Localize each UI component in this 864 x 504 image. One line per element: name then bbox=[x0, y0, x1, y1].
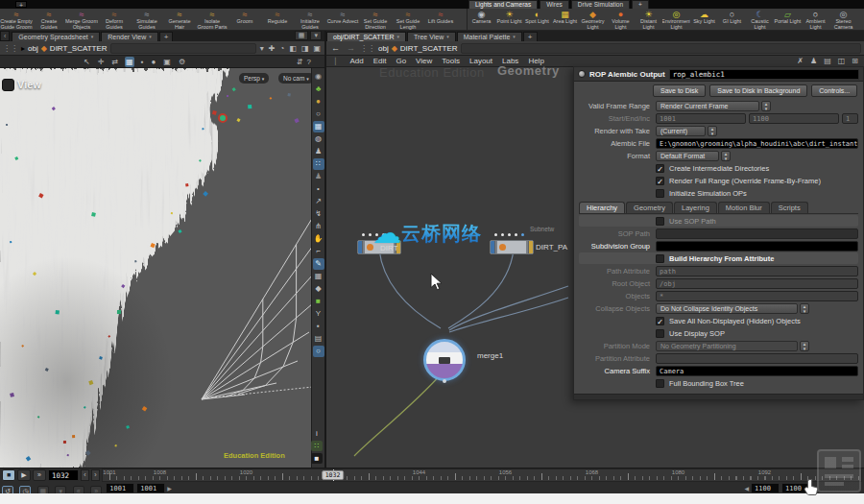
controls-button[interactable]: Controls... bbox=[811, 84, 857, 97]
node-ball-icon[interactable] bbox=[578, 70, 586, 78]
pane-collapse-button[interactable]: ‹ bbox=[0, 31, 10, 41]
param-tab[interactable]: Geometry bbox=[626, 202, 673, 213]
objects-field[interactable]: * bbox=[656, 291, 858, 301]
new-desktop-tab-button[interactable]: + bbox=[15, 1, 27, 8]
handles-icon[interactable]: ✛ bbox=[97, 57, 106, 67]
grid-green-icon[interactable]: ∷ bbox=[311, 441, 323, 451]
frame-inc-field[interactable]: 1 bbox=[842, 113, 858, 124]
spinner-icon[interactable]: ▴▾ bbox=[708, 126, 717, 136]
lamp-icon[interactable]: ○ bbox=[313, 346, 324, 357]
menu-tools[interactable]: Tools bbox=[442, 57, 460, 65]
render-full-range-checkbox[interactable] bbox=[656, 177, 664, 185]
shelf-tool[interactable]: ☾ Caustic Light bbox=[746, 9, 774, 30]
alembic-file-field[interactable]: E:\gnomon\grooming\alpha_houdini\abc\dir… bbox=[656, 138, 858, 149]
param-tab[interactable]: Motion Blur bbox=[718, 202, 770, 213]
spinner-icon[interactable]: ▴▾ bbox=[800, 303, 809, 314]
menu-add[interactable]: Add bbox=[349, 57, 363, 65]
pane-dropdown-icon[interactable]: ▾ bbox=[310, 31, 322, 40]
node-output-dot[interactable] bbox=[443, 379, 446, 383]
frame-start-field[interactable]: 1001 bbox=[656, 113, 746, 124]
light-icon[interactable]: ○ bbox=[313, 108, 324, 120]
partition-attribute-field[interactable] bbox=[656, 353, 858, 364]
split-grid-icon[interactable]: ⊞ bbox=[852, 57, 858, 65]
shelf-tool[interactable]: ☀ Distant Light bbox=[635, 9, 662, 30]
menu-view[interactable]: View bbox=[416, 57, 432, 65]
node-dirt-pa[interactable] bbox=[490, 240, 534, 254]
tab-render-view[interactable]: Render View▾ bbox=[101, 32, 157, 41]
normals-icon[interactable]: ↗ bbox=[313, 196, 324, 207]
shelf-tab[interactable]: + bbox=[632, 0, 649, 9]
path-root[interactable]: obj bbox=[378, 44, 389, 53]
shelf-tool[interactable]: ≈ Create Empty Guide Groom bbox=[0, 9, 33, 30]
node-merge1[interactable] bbox=[423, 339, 466, 381]
menu-edit[interactable]: Edit bbox=[373, 57, 387, 65]
help-icon[interactable]: ? bbox=[307, 58, 311, 66]
timeline-ruler[interactable]: 1032 10011008102010441056106810801092 bbox=[102, 468, 862, 482]
shelf-tool[interactable]: ☀ Point Light bbox=[495, 9, 523, 30]
range-handle-icon[interactable]: ▶ bbox=[167, 485, 172, 492]
scene-graph-icon[interactable]: ♣ bbox=[313, 84, 324, 95]
shelf-tool[interactable]: ≈ Create Guides bbox=[33, 9, 65, 30]
use-display-sop-checkbox[interactable] bbox=[656, 329, 664, 338]
image-plane-icon[interactable]: ▤ bbox=[313, 333, 324, 345]
point-marker-icon[interactable]: • bbox=[313, 183, 324, 195]
points-display-icon[interactable]: ∷ bbox=[313, 158, 324, 170]
shelf-tool[interactable]: ◆ Geometry Light bbox=[579, 9, 607, 30]
record-icon[interactable]: ● bbox=[151, 57, 157, 67]
view-tool-icon[interactable]: ▦ bbox=[125, 57, 134, 67]
shaded-view-icon[interactable]: ▦ bbox=[313, 121, 324, 132]
back-icon[interactable]: ← bbox=[329, 42, 342, 54]
param-tab[interactable]: Scripts bbox=[771, 202, 808, 213]
ghost-objects-icon[interactable]: ♟ bbox=[313, 171, 324, 182]
full-bbox-checkbox[interactable] bbox=[656, 379, 664, 388]
root-object-field[interactable]: /obj bbox=[656, 278, 858, 289]
gem-icon[interactable]: ◆ bbox=[313, 283, 324, 295]
shelf-tool[interactable]: ○ GI Light bbox=[718, 9, 746, 30]
small-box-icon[interactable]: ▪ bbox=[313, 321, 324, 332]
maximize-icon[interactable]: ▣ bbox=[312, 44, 322, 53]
menu-go[interactable]: Go bbox=[396, 57, 406, 65]
hand-tool-icon[interactable]: ✋ bbox=[313, 233, 324, 245]
walk-mode-icon[interactable]: ♟ bbox=[810, 57, 817, 65]
format-select[interactable]: Default Format bbox=[656, 151, 719, 161]
node-name-field[interactable]: rop_alembic1 bbox=[669, 69, 859, 80]
shelf-tool[interactable]: ▱ Portal Light bbox=[774, 9, 802, 30]
frame-end-field[interactable]: 1100 bbox=[749, 113, 839, 124]
shelf-tool[interactable]: ≈ Deform Guides bbox=[98, 9, 131, 30]
shelf-tool[interactable]: ≈ Groom bbox=[228, 9, 261, 30]
headlight-icon[interactable]: ◍ bbox=[313, 133, 324, 145]
param-tab[interactable]: Hierarchy bbox=[579, 202, 625, 213]
shelf-tool[interactable]: ≈ Set Guide Direction bbox=[359, 9, 392, 30]
partition-mode-select[interactable]: No Geometry Partitioning bbox=[656, 341, 798, 351]
group-list-icon[interactable]: ⋔ bbox=[313, 221, 324, 232]
menu-layout[interactable]: Layout bbox=[469, 57, 492, 65]
range-start-field[interactable]: 1001 bbox=[106, 483, 134, 493]
snapshot-icon[interactable]: ▪ bbox=[140, 57, 145, 67]
node-flag-right[interactable] bbox=[528, 241, 533, 253]
path-node[interactable]: DIRT_SCATTER bbox=[50, 44, 108, 53]
subdivision-group-field[interactable] bbox=[656, 241, 858, 252]
scene-viewport[interactable]: ↖ ✛ ⇄ ▦ ▪ ● ▣ ⚙ ⇵ bbox=[0, 56, 324, 468]
shelf-tool[interactable]: ≈ Initialize Guides bbox=[294, 9, 326, 30]
playhead-frame-marker[interactable]: 1032 bbox=[322, 470, 345, 480]
spinner-icon[interactable]: ▴▾ bbox=[761, 101, 771, 111]
shelf-tab[interactable]: Lights and Cameras bbox=[468, 0, 538, 9]
shelf-tool[interactable]: ≈ Reguide bbox=[261, 9, 294, 30]
add-tab-button[interactable]: + bbox=[523, 32, 538, 41]
shelf-tool[interactable]: ≈ Simulate Guides bbox=[131, 9, 163, 30]
collapse-objects-select[interactable]: Do Not Collapse Identity Objects bbox=[656, 303, 798, 314]
shelf-tab[interactable]: Wires bbox=[540, 0, 569, 9]
initialize-sim-checkbox[interactable] bbox=[656, 189, 664, 198]
split-horizontal-icon[interactable]: ◫ bbox=[838, 57, 846, 65]
edit-icon[interactable]: ✎ bbox=[313, 258, 324, 270]
range-end-field[interactable]: 1100 bbox=[751, 483, 780, 493]
notes-icon[interactable]: ▤ bbox=[824, 57, 831, 65]
shelf-tool[interactable]: ≈ Curve Advect bbox=[326, 9, 359, 30]
riding-tools-icon[interactable]: ✗ bbox=[797, 57, 804, 65]
radial-menu-icon[interactable]: ◔ bbox=[278, 44, 285, 53]
create-intermediate-checkbox[interactable] bbox=[656, 164, 664, 173]
info-icon[interactable]: i bbox=[311, 428, 323, 439]
path-input[interactable] bbox=[461, 43, 861, 54]
character-icon[interactable]: ♟ bbox=[313, 146, 324, 157]
select-icon[interactable]: ↖ bbox=[83, 57, 91, 67]
